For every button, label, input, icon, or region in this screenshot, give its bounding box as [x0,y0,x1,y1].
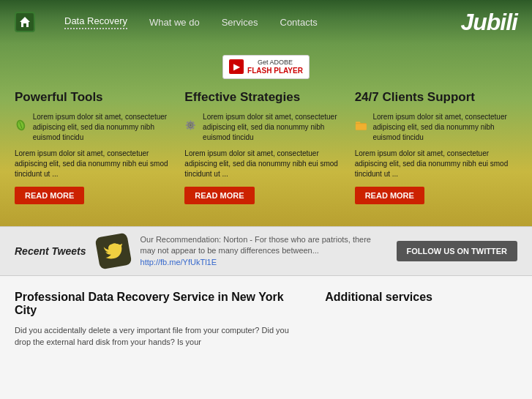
col-clients-support: 24/7 Clients Support Lorem ipsum dolor s… [355,90,517,204]
home-icon [19,16,31,28]
col2-content: Lorem ipsum dolor sit amet, consectetuer… [184,112,347,143]
bottom-section: Professional Data Recovery Service in Ne… [0,276,532,363]
col3-content: Lorem ipsum dolor sit amet, consectetuer… [355,112,517,143]
bottom-left-text: Did you accidentally delete a very impor… [15,324,303,348]
tweet-text: Our Recommendation: Norton - For those w… [141,234,386,268]
home-button[interactable] [15,12,35,32]
tweet-link[interactable]: http://fb.me/YfUkTl1E [141,258,217,266]
gear-icon [184,112,197,138]
col-effective-strategies: Effective Strategies Lorem ipsum dolor s… [184,90,347,204]
bottom-right: Additional services [325,291,517,348]
site-logo: Jubili [460,9,517,36]
recent-tweets-label: Recent Tweets [15,245,86,257]
header: Data Recovery What we do Services Contac… [0,0,532,44]
nav-item-contacts[interactable]: Contacts [280,17,318,28]
nav-item-data-recovery[interactable]: Data Recovery [64,15,127,29]
col2-read-more-button[interactable]: READ MORE [184,187,254,204]
col1-content: Lorem ipsum dolor sit amet, consectetuer… [15,112,177,143]
col3-text: Lorem ipsum dolor sit amet, consectetuer… [372,112,517,143]
flash-icon: ▶ [229,59,244,74]
follow-twitter-button[interactable]: FOLLOW US ON TWITTER [397,241,517,261]
svg-rect-8 [186,124,188,126]
col2-text-full: Lorem ipsum dolor sit amet, consectetuer… [184,149,347,179]
flash-text: Get ADOBE FLASH PLAYER [247,59,303,75]
col1-text-full: Lorem ipsum dolor sit amet, consectetuer… [15,149,177,179]
flash-badge[interactable]: ▶ Get ADOBE FLASH PLAYER [222,55,310,79]
col3-read-more-button[interactable]: READ MORE [355,187,424,204]
bottom-right-title: Additional services [325,291,517,304]
flash-banner: ▶ Get ADOBE FLASH PLAYER [15,55,517,79]
leaf-icon [15,112,27,138]
svg-rect-6 [190,120,192,122]
col2-text: Lorem ipsum dolor sit amet, consectetuer… [203,112,348,143]
col1-title: Powerful Tools [15,90,177,105]
tweets-bar: Recent Tweets Our Recommendation: Norton… [0,226,532,276]
bird-icon [101,239,124,263]
folder-icon [355,112,367,138]
col2-title: Effective Strategies [184,90,347,105]
nav-item-what-we-do[interactable]: What we do [149,17,200,28]
bottom-left: Professional Data Recovery Service in Ne… [15,291,303,348]
feature-columns: Powerful Tools Lorem ipsum dolor sit ame… [15,90,517,204]
svg-rect-7 [190,128,192,130]
col3-text-full: Lorem ipsum dolor sit amet, consectetuer… [355,149,517,179]
bottom-left-title: Professional Data Recovery Service in Ne… [15,291,303,317]
col3-title: 24/7 Clients Support [355,90,517,105]
svg-rect-15 [356,124,367,130]
svg-point-5 [190,124,192,126]
nav-item-services[interactable]: Services [222,17,258,28]
col1-text: Lorem ipsum dolor sit amet, consectetuer… [33,112,178,143]
main-nav: Data Recovery What we do Services Contac… [64,15,318,29]
col-powerful-tools: Powerful Tools Lorem ipsum dolor sit ame… [15,90,177,204]
svg-rect-9 [193,124,195,126]
col1-read-more-button[interactable]: READ MORE [15,187,84,204]
hero-section: ▶ Get ADOBE FLASH PLAYER Powerful Tools … [0,44,532,226]
twitter-bird-icon [94,232,132,269]
